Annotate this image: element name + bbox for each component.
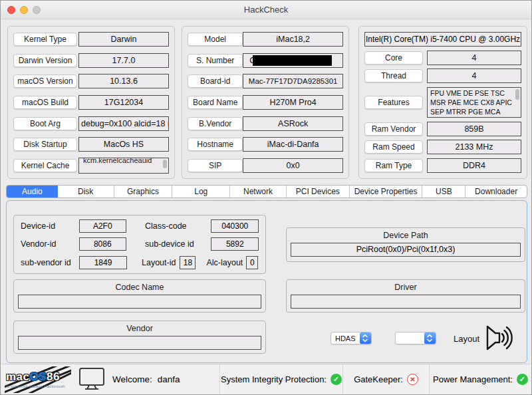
hostname-value: iMac-di-Danfa [243,137,343,152]
device-path-value: PciRoot(0x0)/Pci(0x1f,0x3) [291,243,521,257]
model-value: iMac18,2 [243,32,343,47]
alc-layout-value: 0 [246,256,258,269]
hdas-select-value: HDAS [331,334,360,342]
core-value: 4 [427,51,521,65]
ram-speed-value: 2133 MHz [427,140,521,154]
device-path-box: Device Path PciRoot(0x0)/Pci(0x1f,0x3) [286,227,525,262]
cpu-name-field: Intel(R) Core(TM) i5-7400 CPU @ 3.00GHz [364,32,521,47]
serial-number-row: S. Number C [188,53,343,68]
features-line-3: SEP MTRR PGE MCA [430,107,514,116]
tab-usb[interactable]: USB [422,186,466,198]
features-scrollbar[interactable] [515,89,519,100]
layout-select[interactable] [395,332,436,344]
hostname-label[interactable]: Hostname [188,138,243,151]
features-row: Features FPU VME DE PSE TSC MSR PAE MCE … [364,87,521,118]
kernel-cache-value[interactable]: kcm.kernelcacheauid [78,158,169,174]
vendor-value [18,336,261,350]
cpu-ram-panel: Intel(R) Core(TM) i5-7400 CPU @ 3.00GHz … [358,26,527,179]
disk-startup-row: Disk Startup MacOs HS [13,137,169,152]
chevron-up-down-icon [424,332,436,344]
power-management-status-section: Power Management: ✓ [430,364,531,394]
tab-network[interactable]: Network [230,186,287,198]
system-info-panel: Kernel Type Darwin Darwin Version 17.7.0… [7,26,175,179]
macos-build-label[interactable]: macOS Build [13,96,77,109]
sip-label[interactable]: SIP [188,159,243,172]
board-info-panel: Model iMac18,2 S. Number C Board-id Mac-… [182,26,349,179]
sub-vendor-id-value: 1849 [79,256,127,269]
codec-name-value [18,295,261,309]
boot-arg-value[interactable]: debug=0x100 alcid=18 nv [78,116,169,131]
tab-log[interactable]: Log [172,186,230,198]
tab-audio[interactable]: Audio [7,186,58,198]
tab-downloader[interactable]: Downloader [466,186,527,198]
board-name-value: H270M Pro4 [243,95,343,110]
model-row: Model iMac18,2 [188,32,343,47]
tab-graphics[interactable]: Graphics [114,186,173,198]
board-id-value: Mac-77F17D7DA9285301 [243,74,343,88]
macos-version-label[interactable]: macOS Version [13,74,77,88]
layout-caption: Layout [454,334,479,344]
sip-value: 0x0 [243,158,343,173]
darwin-version-label[interactable]: Darwin Version [13,54,77,67]
ram-vendor-row: Ram Vendor 859B [364,122,521,136]
serial-number-label[interactable]: S. Number [188,54,243,67]
thread-label[interactable]: Thread [364,69,423,82]
hackcheck-window: HackCheck Kernel Type Darwin Darwin Vers… [0,0,532,395]
driver-box: Driver [286,279,525,313]
gatekeeper-status-section: GateKeeper: ✕ [343,364,430,394]
board-vendor-label[interactable]: B.Vendor [188,117,243,130]
welcome-section: macOS86 la comunità italiana Hackintosh … [1,364,220,394]
class-code-value: 040300 [211,219,259,233]
serial-number-redaction [253,55,332,66]
x-circle-icon: ✕ [407,374,418,385]
core-label[interactable]: Core [364,51,423,65]
kernel-cache-text: kcm.kernelcacheauid [83,158,152,167]
board-id-label[interactable]: Board-id [188,74,243,88]
disk-startup-label[interactable]: Disk Startup [13,138,77,151]
model-label[interactable]: Model [188,33,243,46]
welcome-username: danfa [158,374,180,384]
driver-value [291,295,521,309]
kernel-cache-label[interactable]: Kernel Cache [13,159,77,172]
ram-vendor-label[interactable]: Ram Vendor [364,122,423,136]
driver-title: Driver [287,283,525,292]
sub-device-id-value: 5892 [211,237,259,251]
kernel-cache-scrollbar[interactable] [163,160,167,168]
board-name-label[interactable]: Board Name [188,96,243,109]
macos86-logo: macOS86 la comunità italiana Hackintosh [5,366,71,393]
board-vendor-row: B.Vendor ASRock [188,116,343,131]
kernel-cache-row: Kernel Cache kcm.kernelcacheauid [13,158,169,173]
kernel-type-label[interactable]: Kernel Type [13,33,77,46]
sub-vendor-id-label: sub-vendor id [21,258,74,267]
disk-startup-value: MacOs HS [78,137,169,152]
title-bar: HackCheck [1,1,531,19]
codec-name-title: Codec Name [14,283,265,292]
vendor-title: Vendor [14,324,265,333]
device-id-label: Device-id [21,221,68,231]
board-id-row: Board-id Mac-77F17D7DA9285301 [188,74,343,88]
thread-row: Thread 4 [364,68,521,83]
speaker-icon[interactable] [483,323,515,356]
ram-speed-label[interactable]: Ram Speed [364,140,423,154]
macos-version-value: 10.13.6 [78,74,169,88]
features-label[interactable]: Features [364,96,423,109]
boot-arg-label[interactable]: Boot Arg [13,117,77,130]
audio-ids-row-1: Device-id A2F0 Class-code 040300 [21,219,259,233]
macos-build-value: 17G12034 [78,95,169,110]
logo-text: macOS86 [6,370,60,384]
vendor-id-value: 8086 [79,237,127,251]
tab-pci-devices[interactable]: PCI Devices [287,186,350,198]
audio-tab-content: Device-id A2F0 Class-code 040300 Vendor-… [6,200,527,363]
ram-type-label[interactable]: Ram Type [364,159,423,172]
darwin-version-value: 17.7.0 [78,53,169,68]
thread-value: 4 [427,68,521,83]
kernel-type-value: Darwin [78,32,169,47]
hdas-select[interactable]: HDAS [331,332,372,344]
tab-device-properties[interactable]: Device Properties [350,186,423,198]
macos-build-row: macOS Build 17G12034 [13,95,169,110]
sip-status-section: System Integrity Protection: ✓ [220,364,343,394]
tab-disk[interactable]: Disk [58,186,114,198]
boot-arg-row: Boot Arg debug=0x100 alcid=18 nv [13,116,169,131]
features-value[interactable]: FPU VME DE PSE TSC MSR PAE MCE CX8 APIC … [427,87,521,118]
monitor-icon [78,366,106,393]
